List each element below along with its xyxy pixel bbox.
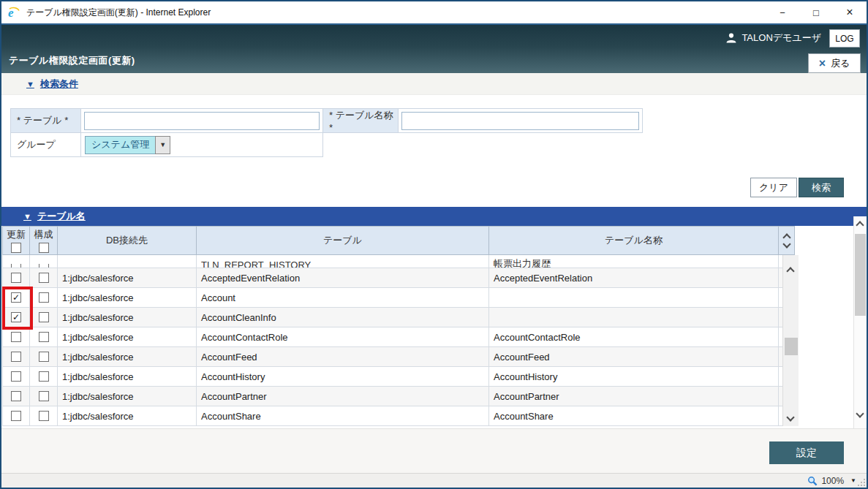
table-cell: AccountFeed — [197, 347, 489, 367]
db-cell: 1:jdbc/salesforce — [58, 387, 197, 406]
minimize-button[interactable]: − — [766, 1, 799, 23]
config-checkbox[interactable] — [39, 391, 49, 401]
maximize-button[interactable]: □ — [799, 1, 833, 23]
name-cell: AccountFeed — [489, 347, 779, 367]
window-scrollbar-thumb[interactable] — [855, 234, 866, 316]
scroll-up-icon[interactable] — [786, 267, 794, 275]
table-scrollbar[interactable] — [782, 255, 799, 426]
table-cell: AccountPartner — [197, 387, 489, 406]
group-dropdown[interactable]: システム管理 ▼ — [85, 136, 170, 154]
config-checkbox[interactable] — [39, 371, 49, 382]
config-checkbox[interactable] — [39, 411, 49, 421]
db-cell: 1:jdbc/salesforce — [58, 367, 197, 387]
table-row: ✓ 1:jdbc/salesforce Account — [2, 288, 799, 308]
db-cell: 1:jdbc/salesforce — [58, 268, 197, 288]
zoom-control[interactable]: 100% ▼ — [807, 476, 856, 486]
table-name-field-label: * テーブル名称 * — [322, 108, 399, 133]
update-checkbox[interactable] — [11, 391, 21, 401]
update-checkbox[interactable] — [11, 352, 21, 362]
search-form: * テーブル * * テーブル名称 * グループ システム管理 ▼ クリア 検索 — [1, 95, 867, 207]
zoom-level: 100% — [821, 476, 844, 486]
column-header-db: DB接続先 — [58, 226, 197, 255]
update-checkbox[interactable] — [11, 411, 21, 421]
column-header-update: 更新 — [2, 226, 30, 255]
name-cell: AccountContactRole — [489, 327, 779, 347]
table-cell: AccountShare — [197, 406, 489, 426]
name-cell: AccountHistory — [489, 367, 779, 387]
settings-button[interactable]: 設定 — [769, 441, 844, 464]
table-input[interactable] — [84, 112, 320, 130]
collapse-triangle-icon: ▼ — [26, 80, 34, 88]
config-checkbox[interactable] — [39, 332, 49, 342]
name-cell: AccountPartner — [489, 387, 779, 406]
group-field-cell: システム管理 ▼ — [80, 132, 323, 157]
log-button[interactable]: LOG — [829, 29, 860, 48]
table-cell: Account — [197, 288, 489, 308]
user-area: TALONデモユーザ — [725, 31, 821, 45]
pager-cell — [779, 226, 795, 255]
config-checkbox[interactable] — [39, 273, 49, 283]
permissions-table: 更新 構成 DB接続先 テーブル テーブル名称 TLN_REPORT_HISTO… — [2, 226, 799, 426]
window-scroll-up-icon[interactable] — [856, 221, 864, 229]
back-button[interactable]: × 戻る — [808, 53, 861, 73]
back-close-icon: × — [819, 58, 826, 69]
table-row: ✓ 1:jdbc/salesforce AccountCleanInfo — [2, 308, 799, 327]
collapse-triangle-icon: ▼ — [23, 212, 31, 221]
select-all-config-checkbox[interactable] — [39, 243, 49, 253]
window-scroll-down-icon[interactable] — [856, 409, 864, 417]
window-title: テーブル権限設定画面(更新) - Internet Explorer — [26, 7, 211, 19]
close-button[interactable]: × — [833, 1, 867, 23]
table-name-field-cell — [398, 108, 643, 133]
db-cell: 1:jdbc/salesforce — [58, 308, 197, 327]
table-body: TLN_REPORT_HISTORY 帳票出力履歴 1:jdbc/salesfo… — [2, 255, 799, 426]
column-header-table: テーブル — [197, 226, 489, 255]
clear-button[interactable]: クリア — [750, 178, 797, 197]
db-cell — [58, 255, 197, 268]
search-button[interactable]: 検索 — [799, 178, 844, 197]
back-button-label: 戻る — [831, 57, 850, 70]
internet-explorer-icon: e — [7, 6, 20, 19]
table-name-section-label: テーブル名 — [37, 210, 86, 223]
db-cell: 1:jdbc/salesforce — [58, 347, 197, 367]
table-header-row: 更新 構成 DB接続先 テーブル テーブル名称 — [2, 226, 799, 255]
window-scrollbar[interactable] — [853, 216, 867, 428]
table-row: 1:jdbc/salesforce AcceptedEventRelation … — [2, 268, 799, 288]
group-field-label: グループ — [10, 132, 81, 157]
table-row: 1:jdbc/salesforce AccountPartner Account… — [2, 387, 799, 406]
config-checkbox[interactable] — [39, 312, 49, 322]
column-header-config: 構成 — [30, 226, 58, 255]
table-row: 1:jdbc/salesforce AccountShare AccountSh… — [2, 406, 799, 426]
name-cell: AcceptedEventRelation — [489, 268, 779, 288]
table-row: 1:jdbc/salesforce AccountHistory Account… — [2, 367, 799, 387]
table-cell: AccountContactRole — [197, 327, 489, 347]
update-checkbox[interactable] — [11, 371, 21, 382]
table-field-label: * テーブル * — [10, 108, 81, 133]
search-condition-toggle[interactable]: ▼ 検索条件 — [26, 77, 78, 91]
update-checkbox[interactable] — [11, 332, 21, 342]
update-checkbox[interactable] — [11, 273, 21, 283]
group-dropdown-value: システム管理 — [85, 136, 155, 154]
db-cell: 1:jdbc/salesforce — [58, 327, 197, 347]
search-condition-label: 検索条件 — [40, 77, 78, 91]
config-checkbox[interactable] — [39, 352, 49, 362]
table-scrollbar-thumb[interactable] — [785, 338, 798, 355]
table-name-input[interactable] — [401, 112, 639, 130]
resize-grip[interactable] — [856, 477, 865, 486]
db-cell: 1:jdbc/salesforce — [58, 406, 197, 426]
table-name-toggle[interactable]: ▼ テーブル名 — [23, 210, 86, 223]
dropdown-arrow-icon[interactable]: ▼ — [155, 136, 170, 154]
table-row-clipped: TLN_REPORT_HISTORY 帳票出力履歴 — [2, 255, 799, 268]
update-checkbox[interactable]: ✓ — [11, 292, 21, 303]
name-cell: AccountShare — [489, 406, 779, 426]
user-name: TALONデモユーザ — [741, 31, 821, 45]
page-down-icon[interactable] — [782, 240, 790, 248]
zoom-dropdown-icon: ▼ — [850, 477, 856, 484]
status-bar: 100% ▼ — [1, 473, 867, 488]
select-all-update-checkbox[interactable] — [11, 243, 21, 253]
config-checkbox[interactable] — [39, 292, 49, 303]
update-checkbox[interactable]: ✓ — [11, 312, 21, 322]
user-icon — [725, 32, 737, 44]
scroll-down-icon[interactable] — [786, 413, 794, 421]
app-header: TALONデモユーザ LOG × 戻る テーブル権限設定画面(更新) — [1, 23, 867, 73]
search-condition-bar: ▼ 検索条件 — [1, 73, 867, 95]
